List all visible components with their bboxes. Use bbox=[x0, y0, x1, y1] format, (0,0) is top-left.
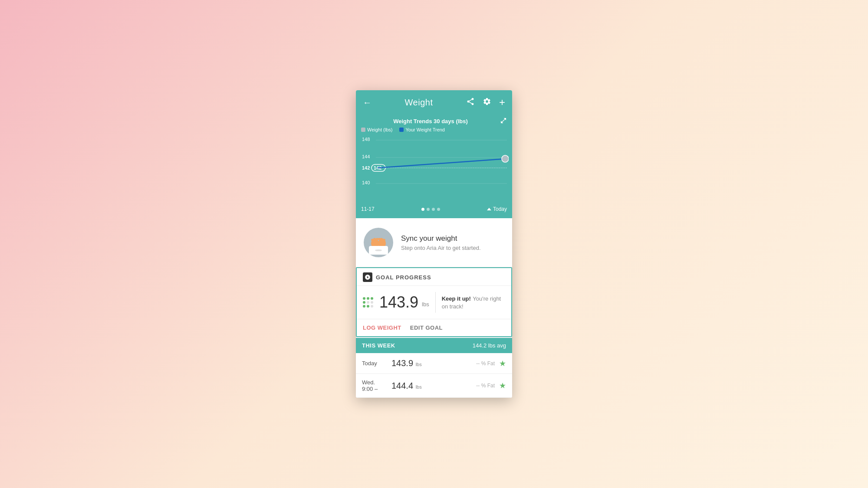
log-date-wed: Wed. 9:00 – bbox=[362, 379, 391, 392]
goal-divider bbox=[435, 292, 436, 313]
progress-dot-empty bbox=[371, 305, 373, 308]
progress-dot bbox=[363, 305, 365, 308]
edit-goal-button[interactable]: EDIT GOAL bbox=[410, 324, 443, 331]
chart-date-end: Today bbox=[493, 206, 507, 212]
chart-legend: Weight (lbs) Your Weight Trend bbox=[356, 127, 512, 135]
goal-section-title: GOAL PROGRESS bbox=[376, 274, 431, 281]
legend-label-trend: Your Weight Trend bbox=[405, 127, 445, 132]
svg-line-10 bbox=[378, 159, 506, 168]
week-avg: 144.2 lbs avg bbox=[473, 342, 506, 349]
goal-actions: LOG WEIGHT EDIT GOAL bbox=[357, 319, 511, 336]
goal-body: 143.9 lbs Keep it up! You're right on tr… bbox=[357, 286, 511, 319]
chart-title-row: Weight Trends 30 days (lbs) bbox=[356, 115, 512, 127]
progress-dot bbox=[367, 297, 369, 300]
svg-point-21 bbox=[383, 239, 385, 241]
svg-text:148: 148 bbox=[362, 137, 370, 142]
log-fat-wed: -- % Fat bbox=[476, 383, 495, 389]
goal-header: GOAL PROGRESS bbox=[357, 268, 511, 286]
chart-dot-4[interactable] bbox=[437, 208, 440, 211]
chart-section: Weight Trends 30 days (lbs) Weight (lbs)… bbox=[356, 115, 512, 218]
legend-item-weight: Weight (lbs) bbox=[361, 127, 392, 132]
sync-subtitle: Step onto Aria Air to get started. bbox=[401, 245, 481, 251]
svg-text:144: 144 bbox=[362, 154, 370, 159]
add-icon[interactable]: + bbox=[499, 96, 505, 108]
goal-weight-unit: lbs bbox=[422, 301, 429, 308]
goal-icon bbox=[363, 272, 372, 282]
progress-dots-grid bbox=[363, 297, 373, 308]
chart-title: Weight Trends 30 days (lbs) bbox=[361, 118, 500, 124]
log-row[interactable]: Wed. 9:00 – 144.4 lbs -- % Fat ★ bbox=[356, 374, 512, 398]
log-date-today: Today bbox=[362, 360, 391, 367]
phone-container: ← Weight + Weight Trends 30 days (lbs) bbox=[356, 90, 512, 398]
sync-title: Sync your weight bbox=[401, 234, 481, 243]
chart-bottom: 11-17 Today bbox=[356, 204, 512, 215]
app-header: ← Weight + bbox=[356, 90, 512, 115]
svg-point-17 bbox=[373, 238, 376, 240]
chart-dot-2[interactable] bbox=[427, 208, 430, 211]
log-weight-unit-today: lbs bbox=[416, 362, 422, 367]
log-star-today[interactable]: ★ bbox=[499, 359, 506, 368]
svg-text:142: 142 bbox=[362, 165, 370, 170]
progress-dot-empty bbox=[371, 301, 373, 304]
goal-weight-area: 143.9 lbs bbox=[363, 293, 429, 311]
log-row[interactable]: Today 143.9 lbs -- % Fat ★ bbox=[356, 353, 512, 374]
chart-dot-1[interactable] bbox=[421, 208, 424, 211]
svg-point-20 bbox=[380, 238, 383, 240]
expand-icon[interactable] bbox=[500, 117, 507, 125]
sync-section: Sync your weight Step onto Aria Air to g… bbox=[356, 218, 512, 267]
chart-area: 148 144 142 140 142 bbox=[356, 135, 512, 204]
progress-dot-empty bbox=[367, 301, 369, 304]
svg-text:140: 140 bbox=[362, 180, 370, 185]
goal-message-bold: Keep it up! bbox=[442, 295, 471, 302]
chart-date-start: 11-17 bbox=[361, 206, 375, 212]
log-weight-unit-wed: lbs bbox=[416, 384, 422, 390]
chart-scroll-up-icon[interactable] bbox=[487, 208, 491, 210]
log-weight-today: 143.9 lbs bbox=[391, 358, 476, 368]
goal-weight-value: 143.9 bbox=[379, 293, 418, 311]
week-section: THIS WEEK 144.2 lbs avg bbox=[356, 338, 512, 353]
legend-label-weight: Weight (lbs) bbox=[367, 127, 392, 132]
back-icon[interactable]: ← bbox=[363, 98, 372, 108]
chart-dot-3[interactable] bbox=[432, 208, 435, 211]
legend-item-trend: Your Weight Trend bbox=[399, 127, 445, 132]
log-weight-button[interactable]: LOG WEIGHT bbox=[363, 324, 401, 331]
log-weight-wed: 144.4 lbs bbox=[391, 381, 476, 391]
legend-color-weight bbox=[361, 128, 365, 132]
progress-dot bbox=[363, 301, 365, 304]
chart-pagination-dots bbox=[421, 208, 440, 211]
svg-point-11 bbox=[502, 155, 509, 162]
scale-icon-container bbox=[363, 227, 394, 258]
scale-illustration bbox=[363, 227, 394, 258]
progress-dot bbox=[371, 297, 373, 300]
page-title: Weight bbox=[405, 98, 433, 108]
settings-icon[interactable] bbox=[483, 97, 491, 108]
svg-point-23 bbox=[375, 249, 382, 251]
goal-message: Keep it up! You're right on track! bbox=[442, 295, 505, 310]
goal-section: GOAL PROGRESS 143.9 lbs bbox=[356, 267, 512, 337]
chart-svg: 148 144 142 140 142 bbox=[359, 135, 509, 204]
sync-text: Sync your weight Step onto Aria Air to g… bbox=[401, 234, 481, 251]
progress-dot bbox=[367, 305, 369, 308]
share-icon[interactable] bbox=[466, 97, 475, 108]
log-fat-today: -- % Fat bbox=[476, 360, 495, 367]
progress-dot bbox=[363, 297, 365, 300]
header-actions: + bbox=[466, 96, 505, 108]
legend-color-trend bbox=[399, 128, 404, 132]
log-star-wed[interactable]: ★ bbox=[499, 381, 506, 390]
week-title: THIS WEEK bbox=[362, 342, 395, 349]
